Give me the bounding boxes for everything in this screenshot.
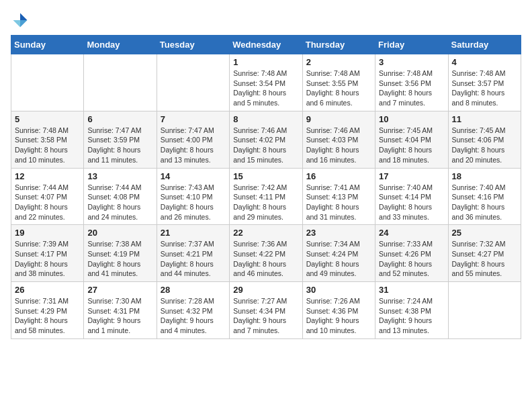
calendar-cell: 8Sunrise: 7:46 AM Sunset: 4:02 PM Daylig… [230, 111, 302, 168]
day-info: Sunrise: 7:37 AM Sunset: 4:21 PM Dayligh… [161, 239, 226, 279]
calendar-cell: 14Sunrise: 7:43 AM Sunset: 4:10 PM Dayli… [157, 168, 229, 225]
day-info: Sunrise: 7:39 AM Sunset: 4:17 PM Dayligh… [15, 239, 80, 279]
calendar-cell: 21Sunrise: 7:37 AM Sunset: 4:21 PM Dayli… [157, 225, 229, 282]
calendar-cell: 2Sunrise: 7:48 AM Sunset: 3:55 PM Daylig… [302, 54, 375, 111]
calendar-cell: 12Sunrise: 7:44 AM Sunset: 4:07 PM Dayli… [11, 168, 84, 225]
day-number: 1 [233, 57, 298, 67]
day-info: Sunrise: 7:47 AM Sunset: 4:00 PM Dayligh… [161, 126, 226, 165]
calendar-cell [84, 54, 157, 111]
calendar-cell: 10Sunrise: 7:45 AM Sunset: 4:04 PM Dayli… [375, 111, 448, 168]
calendar-week-4: 19Sunrise: 7:39 AM Sunset: 4:17 PM Dayli… [11, 225, 521, 282]
day-info: Sunrise: 7:31 AM Sunset: 4:29 PM Dayligh… [15, 296, 80, 336]
calendar-cell: 5Sunrise: 7:48 AM Sunset: 3:58 PM Daylig… [11, 111, 84, 168]
day-info: Sunrise: 7:48 AM Sunset: 3:56 PM Dayligh… [379, 68, 444, 108]
day-number: 17 [379, 171, 444, 181]
day-number: 20 [87, 228, 152, 238]
day-number: 22 [233, 228, 298, 238]
day-info: Sunrise: 7:30 AM Sunset: 4:31 PM Dayligh… [87, 296, 152, 336]
day-number: 27 [87, 285, 152, 295]
calendar-week-2: 5Sunrise: 7:48 AM Sunset: 3:58 PM Daylig… [11, 111, 521, 168]
day-number: 16 [306, 171, 371, 181]
calendar-cell: 30Sunrise: 7:26 AM Sunset: 4:36 PM Dayli… [302, 282, 375, 339]
day-number: 9 [306, 114, 371, 124]
calendar-cell: 29Sunrise: 7:27 AM Sunset: 4:34 PM Dayli… [230, 282, 302, 339]
logo [11, 11, 32, 30]
calendar-week-3: 12Sunrise: 7:44 AM Sunset: 4:07 PM Dayli… [11, 168, 521, 225]
calendar-cell: 16Sunrise: 7:41 AM Sunset: 4:13 PM Dayli… [302, 168, 375, 225]
calendar-cell: 7Sunrise: 7:47 AM Sunset: 4:00 PM Daylig… [157, 111, 229, 168]
calendar-body: 1Sunrise: 7:48 AM Sunset: 3:54 PM Daylig… [11, 54, 521, 339]
day-info: Sunrise: 7:32 AM Sunset: 4:27 PM Dayligh… [452, 239, 517, 279]
calendar-cell: 13Sunrise: 7:44 AM Sunset: 4:08 PM Dayli… [84, 168, 157, 225]
calendar-cell: 19Sunrise: 7:39 AM Sunset: 4:17 PM Dayli… [11, 225, 84, 282]
calendar-cell: 11Sunrise: 7:45 AM Sunset: 4:06 PM Dayli… [448, 111, 521, 168]
day-number: 31 [379, 285, 444, 295]
calendar-cell: 17Sunrise: 7:40 AM Sunset: 4:14 PM Dayli… [375, 168, 448, 225]
calendar-cell: 28Sunrise: 7:28 AM Sunset: 4:32 PM Dayli… [157, 282, 229, 339]
day-number: 24 [379, 228, 444, 238]
calendar-cell: 24Sunrise: 7:33 AM Sunset: 4:26 PM Dayli… [375, 225, 448, 282]
weekday-header-saturday: Saturday [448, 36, 521, 54]
calendar-cell: 3Sunrise: 7:48 AM Sunset: 3:56 PM Daylig… [375, 54, 448, 111]
day-info: Sunrise: 7:36 AM Sunset: 4:22 PM Dayligh… [233, 239, 298, 279]
calendar-cell: 1Sunrise: 7:48 AM Sunset: 3:54 PM Daylig… [230, 54, 302, 111]
calendar-cell [157, 54, 229, 111]
day-info: Sunrise: 7:38 AM Sunset: 4:19 PM Dayligh… [87, 239, 152, 279]
day-info: Sunrise: 7:27 AM Sunset: 4:34 PM Dayligh… [233, 296, 298, 336]
calendar-cell: 18Sunrise: 7:40 AM Sunset: 4:16 PM Dayli… [448, 168, 521, 225]
calendar-week-5: 26Sunrise: 7:31 AM Sunset: 4:29 PM Dayli… [11, 282, 521, 339]
day-info: Sunrise: 7:44 AM Sunset: 4:07 PM Dayligh… [15, 183, 80, 222]
day-number: 10 [379, 114, 444, 124]
calendar-cell: 31Sunrise: 7:24 AM Sunset: 4:38 PM Dayli… [375, 282, 448, 339]
svg-marker-1 [20, 20, 28, 28]
day-info: Sunrise: 7:41 AM Sunset: 4:13 PM Dayligh… [306, 183, 371, 222]
day-number: 5 [15, 114, 80, 124]
calendar-cell: 27Sunrise: 7:30 AM Sunset: 4:31 PM Dayli… [84, 282, 157, 339]
calendar-cell: 6Sunrise: 7:47 AM Sunset: 3:59 PM Daylig… [84, 111, 157, 168]
day-info: Sunrise: 7:48 AM Sunset: 3:54 PM Dayligh… [233, 68, 298, 108]
day-number: 12 [15, 171, 80, 181]
day-info: Sunrise: 7:45 AM Sunset: 4:06 PM Dayligh… [452, 126, 517, 165]
day-info: Sunrise: 7:34 AM Sunset: 4:24 PM Dayligh… [306, 239, 371, 279]
page-header [11, 11, 521, 30]
svg-marker-2 [13, 20, 21, 28]
day-number: 25 [452, 228, 517, 238]
day-number: 28 [161, 285, 226, 295]
weekday-header-tuesday: Tuesday [157, 36, 229, 54]
calendar-cell: 26Sunrise: 7:31 AM Sunset: 4:29 PM Dayli… [11, 282, 84, 339]
calendar-cell: 4Sunrise: 7:48 AM Sunset: 3:57 PM Daylig… [448, 54, 521, 111]
day-info: Sunrise: 7:48 AM Sunset: 3:57 PM Dayligh… [452, 68, 517, 108]
calendar-cell: 20Sunrise: 7:38 AM Sunset: 4:19 PM Dayli… [84, 225, 157, 282]
weekday-header-monday: Monday [84, 36, 157, 54]
day-number: 15 [233, 171, 298, 181]
day-number: 6 [87, 114, 152, 124]
day-number: 19 [15, 228, 80, 238]
day-info: Sunrise: 7:44 AM Sunset: 4:08 PM Dayligh… [87, 183, 152, 222]
calendar-header-row: SundayMondayTuesdayWednesdayThursdayFrid… [11, 36, 521, 54]
weekday-header-friday: Friday [375, 36, 448, 54]
calendar-cell [11, 54, 84, 111]
day-info: Sunrise: 7:47 AM Sunset: 3:59 PM Dayligh… [87, 126, 152, 165]
day-number: 11 [452, 114, 517, 124]
day-number: 29 [233, 285, 298, 295]
calendar-cell: 15Sunrise: 7:42 AM Sunset: 4:11 PM Dayli… [230, 168, 302, 225]
weekday-header-wednesday: Wednesday [230, 36, 302, 54]
weekday-header-thursday: Thursday [302, 36, 375, 54]
calendar-cell: 22Sunrise: 7:36 AM Sunset: 4:22 PM Dayli… [230, 225, 302, 282]
calendar-cell: 25Sunrise: 7:32 AM Sunset: 4:27 PM Dayli… [448, 225, 521, 282]
calendar-cell: 9Sunrise: 7:46 AM Sunset: 4:03 PM Daylig… [302, 111, 375, 168]
day-number: 14 [161, 171, 226, 181]
day-number: 18 [452, 171, 517, 181]
day-info: Sunrise: 7:24 AM Sunset: 4:38 PM Dayligh… [379, 296, 444, 336]
day-info: Sunrise: 7:42 AM Sunset: 4:11 PM Dayligh… [233, 183, 298, 222]
day-number: 13 [87, 171, 152, 181]
day-info: Sunrise: 7:40 AM Sunset: 4:16 PM Dayligh… [452, 183, 517, 222]
day-info: Sunrise: 7:48 AM Sunset: 3:58 PM Dayligh… [15, 126, 80, 165]
day-number: 30 [306, 285, 371, 295]
day-info: Sunrise: 7:26 AM Sunset: 4:36 PM Dayligh… [306, 296, 371, 336]
day-number: 4 [452, 57, 517, 67]
calendar-table: SundayMondayTuesdayWednesdayThursdayFrid… [11, 35, 521, 339]
day-number: 23 [306, 228, 371, 238]
day-info: Sunrise: 7:48 AM Sunset: 3:55 PM Dayligh… [306, 68, 371, 108]
weekday-header-sunday: Sunday [11, 36, 84, 54]
